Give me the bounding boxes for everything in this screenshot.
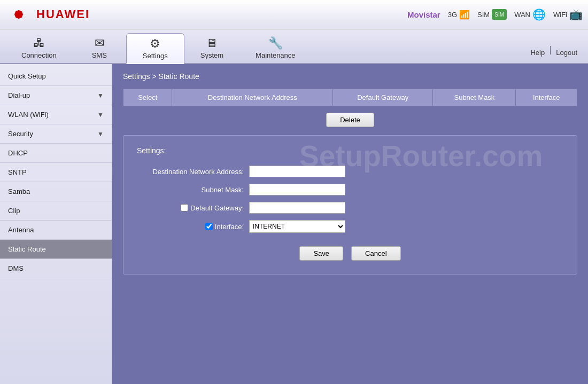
huawei-logo-icon — [5, 5, 32, 24]
sidebar-quick-setup-label: Quick Setup — [8, 72, 46, 80]
sms-icon: ✉ — [95, 36, 104, 50]
dest-network-label: Destination Network Address: — [137, 168, 244, 176]
dial-up-arrow-icon: ▼ — [97, 92, 104, 99]
dest-network-input[interactable] — [249, 166, 345, 177]
gateway-label: Default Gateway: — [137, 204, 244, 212]
gateway-checkbox[interactable] — [181, 204, 188, 211]
sidebar-security-label: Security — [8, 130, 33, 138]
wan-status: WAN 🌐 — [514, 8, 546, 21]
sim-status: SIM SIM — [477, 9, 507, 20]
form-buttons: Save Cancel — [137, 246, 563, 261]
tab-maintenance[interactable]: 🔧 Maintenance — [239, 32, 311, 63]
subnet-mask-input[interactable] — [249, 184, 345, 195]
sidebar-item-antenna[interactable]: Antenna — [0, 221, 112, 240]
sidebar-clip-label: Clip — [8, 207, 20, 215]
sidebar-item-static-route[interactable]: Static Route — [0, 240, 112, 259]
wifi-status: WiFi 📺 — [553, 8, 583, 21]
sidebar-samba-label: Samba — [8, 187, 30, 195]
col-select: Select — [123, 89, 172, 106]
col-gateway: Default Gateway — [333, 89, 433, 106]
sidebar-dial-up-label: Dial-up — [8, 91, 30, 99]
wifi-label: WiFi — [553, 11, 567, 19]
tab-system[interactable]: 🖥 System — [184, 32, 239, 63]
brand-name: HUAWEI — [36, 7, 90, 21]
movistar-status-label: Movistar — [407, 10, 440, 19]
tab-settings[interactable]: ⚙ Settings — [126, 33, 184, 64]
form-row-subnet: Subnet Mask: — [137, 184, 563, 195]
sidebar-item-samba[interactable]: Samba — [0, 182, 112, 201]
sidebar-static-route-label: Static Route — [8, 245, 46, 253]
content-area: SetupRouter.com Settings > Static Route … — [112, 64, 588, 384]
sidebar-item-dial-up[interactable]: Dial-up ▼ — [0, 86, 112, 105]
wifi-icon: 📺 — [569, 8, 583, 21]
svg-point-4 — [17, 12, 21, 17]
save-button[interactable]: Save — [299, 246, 343, 261]
wan-icon: 🌐 — [532, 8, 546, 21]
tab-sms[interactable]: ✉ SMS — [73, 32, 126, 63]
route-table: Select Destination Network Address Defau… — [123, 89, 577, 106]
sidebar-dms-label: DMS — [8, 264, 24, 272]
interface-label: Interface: — [137, 223, 244, 231]
3g-label: 3G — [448, 11, 457, 19]
sidebar-item-dms[interactable]: DMS — [0, 259, 112, 278]
connection-icon: 🖧 — [33, 36, 45, 50]
tab-system-label: System — [200, 51, 223, 59]
col-interface: Interface — [516, 89, 577, 106]
wan-label: WAN — [514, 11, 530, 19]
header: HUAWEI Movistar 3G 📶 SIM SIM WAN 🌐 WiFi … — [0, 0, 588, 29]
security-arrow-icon: ▼ — [97, 130, 104, 138]
sidebar-item-sntp[interactable]: SNTP — [0, 163, 112, 182]
breadcrumb: Settings > Static Route — [123, 72, 577, 81]
main-layout: Quick Setup Dial-up ▼ WLAN (WiFi) ▼ Secu… — [0, 64, 588, 384]
sidebar: Quick Setup Dial-up ▼ WLAN (WiFi) ▼ Secu… — [0, 64, 112, 384]
wlan-arrow-icon: ▼ — [97, 111, 104, 119]
form-row-interface: Interface: INTERNET LAN WAN — [137, 220, 563, 233]
tab-settings-label: Settings — [143, 52, 168, 60]
sidebar-item-quick-setup[interactable]: Quick Setup — [0, 67, 112, 86]
tab-connection-label: Connection — [21, 51, 57, 59]
settings-box: Settings: Destination Network Address: S… — [123, 135, 577, 275]
tab-connection[interactable]: 🖧 Connection — [5, 32, 73, 63]
logo-area: HUAWEI — [5, 5, 90, 24]
sim-label: SIM — [477, 11, 490, 19]
maintenance-icon: 🔧 — [268, 36, 283, 50]
settings-title: Settings: — [137, 146, 563, 155]
sidebar-antenna-label: Antenna — [8, 226, 34, 234]
interface-select[interactable]: INTERNET LAN WAN — [249, 220, 345, 233]
sidebar-item-security[interactable]: Security ▼ — [0, 124, 112, 144]
status-bar: Movistar 3G 📶 SIM SIM WAN 🌐 WiFi 📺 — [407, 8, 583, 21]
col-destination: Destination Network Address — [172, 89, 333, 106]
sidebar-dhcp-label: DHCP — [8, 149, 28, 157]
col-subnet: Subnet Mask — [433, 89, 516, 106]
form-row-dest-network: Destination Network Address: — [137, 166, 563, 177]
system-icon: 🖥 — [206, 36, 218, 50]
sim-icon: SIM — [492, 9, 507, 20]
sidebar-item-wlan[interactable]: WLAN (WiFi) ▼ — [0, 105, 112, 124]
gateway-input[interactable] — [249, 202, 345, 214]
logout-link[interactable]: Logout — [551, 49, 583, 57]
signal-bars-icon: 📶 — [459, 10, 470, 20]
help-logout: Help Logout — [525, 46, 583, 63]
sidebar-item-dhcp[interactable]: DHCP — [0, 144, 112, 163]
cancel-button[interactable]: Cancel — [351, 246, 400, 261]
subnet-mask-label: Subnet Mask: — [137, 186, 244, 194]
delete-button[interactable]: Delete — [326, 113, 374, 127]
settings-icon: ⚙ — [150, 37, 160, 51]
sidebar-sntp-label: SNTP — [8, 168, 27, 176]
sidebar-wlan-label: WLAN (WiFi) — [8, 111, 49, 119]
sidebar-item-clip[interactable]: Clip — [0, 201, 112, 221]
nav-tabs: 🖧 Connection ✉ SMS ⚙ Settings 🖥 System 🔧… — [0, 29, 588, 64]
3g-status: 3G 📶 — [448, 10, 470, 20]
delete-row: Delete — [123, 113, 577, 127]
interface-checkbox[interactable] — [205, 223, 213, 230]
form-row-gateway: Default Gateway: — [137, 202, 563, 214]
tab-maintenance-label: Maintenance — [256, 51, 295, 59]
tab-sms-label: SMS — [92, 51, 107, 59]
help-link[interactable]: Help — [525, 49, 550, 57]
